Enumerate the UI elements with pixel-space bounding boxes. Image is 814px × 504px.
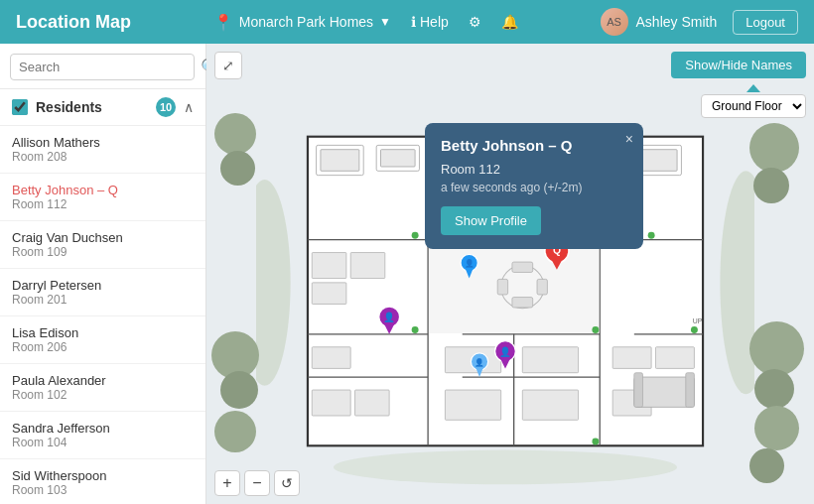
resident-name: Sandra Jefferson [12,421,194,436]
svg-rect-20 [381,150,416,167]
svg-point-51 [592,326,599,333]
resident-room: Room 201 [12,293,194,307]
map-toolbar-top: Show/Hide Names Ground FloorFirst FloorS… [671,52,806,118]
search-bar: 🔍 [0,44,205,89]
location-icon: 📍 [213,13,233,32]
location-selector[interactable]: 📍 Monarch Park Homes ▼ [213,13,391,32]
svg-rect-16 [429,240,599,332]
resident-name: Paula Alexander [12,373,194,388]
tree-5 [214,411,256,452]
resident-name: Betty Johnson – Q [12,183,194,197]
svg-rect-43 [522,347,578,373]
list-item[interactable]: Craig Van Duchsen Room 109 [0,221,205,269]
resident-name: Allison Mathers [12,135,194,150]
tree-2 [220,151,255,186]
floor-selector-container: Ground FloorFirst FloorSecond Floor [701,84,806,118]
list-item[interactable]: Sid Witherspoon Room 103 [0,459,205,504]
collapse-icon[interactable]: ∧ [184,99,194,115]
zoom-controls: + − ↺ [214,470,300,496]
list-item[interactable]: Lisa Edison Room 206 [0,316,205,364]
svg-text:UP: UP [693,317,703,324]
expand-button[interactable]: ⤢ [214,52,242,79]
gear-icon: ⚙ [469,14,481,30]
refresh-button[interactable]: ↺ [274,470,300,496]
resident-room: Room 103 [12,483,194,497]
resident-room: Room 112 [12,197,194,211]
svg-rect-25 [312,253,346,279]
location-dropdown-arrow: ▼ [379,15,391,29]
tree-11 [749,448,784,483]
floor-select[interactable]: Ground FloorFirst FloorSecond Floor [701,94,806,118]
svg-point-54 [592,439,599,445]
avatar: AS [601,8,628,36]
svg-rect-24 [638,150,677,172]
list-item[interactable]: Betty Johnson – Q Room 112 [0,174,205,221]
svg-point-50 [412,326,419,333]
svg-rect-35 [355,390,390,416]
svg-rect-39 [634,377,695,407]
app-header: Location Map 📍 Monarch Park Homes ▼ ℹ He… [0,0,814,44]
list-item[interactable]: Allison Mathers Room 208 [0,126,205,174]
resident-name: Sid Witherspoon [12,468,194,483]
floor-up-arrow[interactable] [746,84,760,92]
notifications-button[interactable]: 🔔 [501,14,518,30]
settings-button[interactable]: ⚙ [469,14,481,30]
svg-rect-40 [634,373,643,408]
svg-text:👤: 👤 [465,258,475,268]
tree-8 [749,321,804,376]
logout-button[interactable]: Logout [733,10,798,35]
info-icon: ℹ [411,14,416,30]
tree-6 [749,123,799,173]
resident-name: Darryl Petersen [12,278,194,293]
svg-rect-29 [512,262,533,272]
tree-1 [214,113,256,155]
residents-header: Residents 10 ∧ [0,89,205,126]
list-item[interactable]: Darryl Petersen Room 201 [0,269,205,316]
resident-room: Room 206 [12,340,194,354]
svg-point-47 [412,232,419,239]
svg-rect-44 [445,390,500,420]
svg-text:👤: 👤 [383,312,395,323]
search-input[interactable] [10,54,195,80]
app-title: Location Map [16,12,131,33]
list-item[interactable]: Paula Alexander Room 102 [0,364,205,412]
residents-label: Residents [36,99,148,115]
user-name: Ashley Smith [636,14,718,30]
svg-rect-34 [312,390,350,416]
list-item[interactable]: Sandra Jefferson Room 104 [0,412,205,459]
svg-text:👤: 👤 [499,346,511,358]
map-area: Show/Hide Names Ground FloorFirst FloorS… [206,44,814,504]
resident-list: Allison Mathers Room 208 Betty Johnson –… [0,126,205,504]
svg-rect-37 [655,347,694,369]
sidebar: 🔍 Residents 10 ∧ Allison Mathers Room 20… [0,44,206,504]
expand-icon: ⤢ [222,58,234,73]
svg-rect-32 [537,279,547,295]
resident-room: Room 109 [12,245,194,259]
resident-room: Room 208 [12,150,194,164]
help-button[interactable]: ℹ Help [411,14,449,30]
tree-4 [220,371,258,409]
popup-time: a few seconds ago (+/-2m) [441,181,627,194]
residents-count: 10 [156,97,176,117]
main-layout: 🔍 Residents 10 ∧ Allison Mathers Room 20… [0,44,814,504]
svg-rect-31 [497,279,507,295]
svg-rect-26 [350,253,385,279]
zoom-out-button[interactable]: − [244,470,270,496]
popup-close-button[interactable]: × [625,131,633,147]
show-profile-button[interactable]: Show Profile [441,206,541,235]
svg-rect-45 [522,390,578,420]
resident-name: Craig Van Duchsen [12,230,194,245]
svg-point-0 [256,180,291,386]
zoom-in-button[interactable]: + [214,470,240,496]
show-hide-names-button[interactable]: Show/Hide Names [671,52,806,78]
svg-rect-36 [612,347,651,369]
popup-room: Room 112 [441,162,627,177]
header-center: 📍 Monarch Park Homes ▼ ℹ Help ⚙ 🔔 [213,13,518,32]
tree-9 [754,369,794,409]
svg-point-52 [691,326,698,333]
resident-room: Room 102 [12,388,194,402]
svg-rect-27 [312,283,346,305]
svg-rect-33 [312,347,350,369]
resident-popup: × Betty Johnson – Q Room 112 a few secon… [425,123,643,249]
residents-checkbox[interactable] [12,99,28,115]
